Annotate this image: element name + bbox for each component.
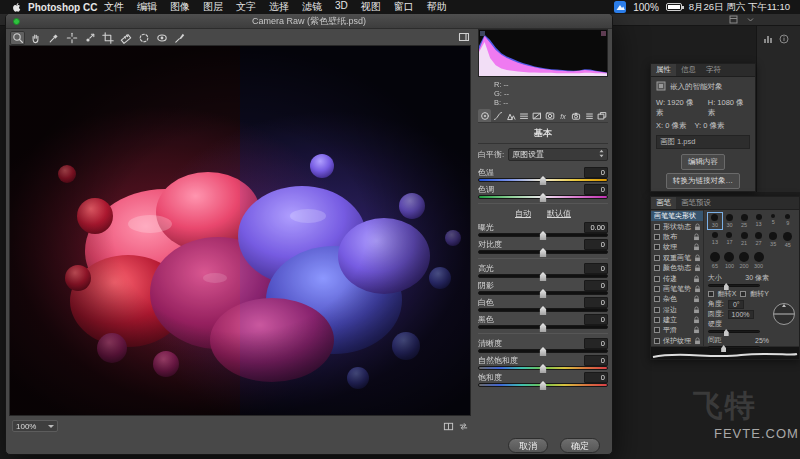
properties-tab-3[interactable]: 字符 bbox=[701, 64, 726, 76]
roundness-value[interactable]: 100% bbox=[728, 310, 754, 319]
properties-tab-2[interactable]: 信息 bbox=[676, 64, 701, 76]
checkbox[interactable] bbox=[654, 255, 660, 261]
slider-track[interactable] bbox=[478, 250, 608, 254]
before-after-view-icon[interactable] bbox=[443, 421, 454, 432]
adjustment-brush-tool-icon[interactable] bbox=[172, 31, 187, 45]
menubar-menu-10[interactable]: 窗口 bbox=[387, 0, 420, 14]
height-value[interactable]: H: 1080 像素 bbox=[708, 98, 750, 118]
menubar-menu-9[interactable]: 视图 bbox=[354, 0, 387, 14]
brush-setting-item[interactable]: 传递 bbox=[651, 273, 703, 283]
slider-track[interactable] bbox=[478, 383, 608, 387]
slider-thumb[interactable] bbox=[540, 248, 547, 257]
slider-track[interactable] bbox=[478, 195, 608, 199]
slider-thumb[interactable] bbox=[721, 345, 726, 352]
slider-thumb[interactable] bbox=[540, 231, 547, 240]
brush-size-value[interactable]: 30 像素 bbox=[745, 273, 769, 283]
brush-size-slider[interactable] bbox=[708, 284, 760, 287]
slider-thumb[interactable] bbox=[540, 306, 547, 315]
brush-setting-item[interactable]: 画笔笔势 bbox=[651, 284, 703, 294]
checkbox[interactable] bbox=[654, 224, 660, 230]
active-app-name[interactable]: Photoshop CC bbox=[28, 2, 97, 13]
menubar-menu-4[interactable]: 图层 bbox=[196, 0, 229, 14]
checkbox[interactable] bbox=[654, 296, 660, 302]
brush-setting-item[interactable]: 湿边 bbox=[651, 305, 703, 315]
brush-preset[interactable]: 13 bbox=[751, 213, 766, 229]
menubar-menu-2[interactable]: 编辑 bbox=[130, 0, 163, 14]
edit-contents-button[interactable]: 编辑内容 bbox=[681, 154, 725, 170]
toggle-panel-icon[interactable] bbox=[456, 30, 471, 44]
histogram-panel-icon[interactable] bbox=[763, 30, 773, 192]
crop-tool-icon[interactable] bbox=[100, 31, 115, 45]
slider-thumb[interactable] bbox=[540, 323, 547, 332]
brush-preset[interactable]: 65 bbox=[708, 251, 723, 270]
brush-preset[interactable]: 35 bbox=[766, 231, 781, 249]
slider-track[interactable] bbox=[478, 308, 608, 312]
brush-setting-item[interactable]: 散布 bbox=[651, 232, 703, 242]
red-eye-tool-icon[interactable] bbox=[154, 31, 169, 45]
slider-value-input[interactable]: 0 bbox=[584, 167, 608, 178]
angle-value[interactable]: 0° bbox=[728, 300, 744, 309]
slider-thumb[interactable] bbox=[724, 329, 729, 336]
slider-track[interactable] bbox=[478, 291, 608, 295]
width-value[interactable]: W: 1920 像素 bbox=[656, 98, 700, 118]
slider-track[interactable] bbox=[478, 178, 608, 182]
brush-setting-item[interactable]: 保护纹理 bbox=[651, 336, 703, 346]
app-icon-blue[interactable] bbox=[614, 1, 626, 13]
menubar-menu-8[interactable]: 3D bbox=[328, 0, 354, 14]
slider-value-input[interactable]: 0 bbox=[584, 314, 608, 325]
slider-thumb[interactable] bbox=[540, 381, 547, 390]
slider-thumb[interactable] bbox=[540, 289, 547, 298]
image-preview[interactable] bbox=[9, 45, 471, 416]
white-balance-select[interactable]: 原图设置 bbox=[508, 148, 608, 161]
flip-x-checkbox[interactable] bbox=[708, 291, 714, 297]
checkbox[interactable] bbox=[654, 338, 660, 344]
detail-tab[interactable] bbox=[504, 109, 517, 122]
brush-setting-item[interactable]: 杂色 bbox=[651, 294, 703, 304]
brush-preset[interactable]: 13 bbox=[708, 231, 723, 249]
slider-thumb[interactable] bbox=[540, 272, 547, 281]
brush-setting-item[interactable]: 纹理 bbox=[651, 242, 703, 252]
brush-setting-item[interactable]: 画笔笔尖形状 bbox=[651, 211, 703, 221]
ok-button[interactable]: 确定 bbox=[560, 438, 600, 453]
y-value[interactable]: Y: 0 像素 bbox=[694, 121, 724, 131]
checkbox[interactable] bbox=[654, 307, 660, 313]
brush-setting-item[interactable]: 颜色动态 bbox=[651, 263, 703, 273]
checkbox[interactable] bbox=[654, 317, 660, 323]
brush-setting-item[interactable]: 平滑 bbox=[651, 325, 703, 335]
brush-setting-item[interactable]: 建立 bbox=[651, 315, 703, 325]
menubar-menu-7[interactable]: 滤镜 bbox=[295, 0, 328, 14]
slider-value-input[interactable]: 0 bbox=[584, 184, 608, 195]
brush-preset[interactable]: 300 bbox=[751, 251, 766, 270]
brush-setting-item[interactable]: 形状动态 bbox=[651, 221, 703, 231]
spot-removal-tool-icon[interactable] bbox=[136, 31, 151, 45]
camera-calibration-tab[interactable] bbox=[569, 109, 582, 122]
default-link[interactable]: 默认值 bbox=[547, 208, 571, 219]
slider-track[interactable] bbox=[478, 274, 608, 278]
zoom-tool-icon[interactable] bbox=[10, 31, 25, 45]
checkbox[interactable] bbox=[654, 286, 660, 292]
brush-tab-1[interactable]: 画笔 bbox=[651, 197, 676, 209]
info-panel-icon[interactable] bbox=[779, 30, 789, 192]
slider-track[interactable] bbox=[478, 325, 608, 329]
slider-track[interactable] bbox=[478, 366, 608, 370]
brush-tab-2[interactable]: 画笔预设 bbox=[676, 197, 716, 209]
flip-y-checkbox[interactable] bbox=[740, 291, 746, 297]
hand-tool-icon[interactable] bbox=[28, 31, 43, 45]
lens-corrections-tab[interactable] bbox=[543, 109, 556, 122]
convert-to-linked-button[interactable]: 转换为链接对象… bbox=[666, 173, 740, 189]
menubar-datetime[interactable]: 8月26日 周六 下午11:10 bbox=[689, 1, 790, 14]
color-sampler-tool-icon[interactable] bbox=[64, 31, 79, 45]
brush-preset[interactable]: 25 bbox=[737, 213, 752, 229]
menubar-menu-3[interactable]: 图像 bbox=[163, 0, 196, 14]
slider-value-input[interactable]: 0 bbox=[584, 338, 608, 349]
brush-preset[interactable]: 17 bbox=[722, 231, 737, 249]
checkbox[interactable] bbox=[654, 327, 660, 333]
brush-preset[interactable]: 27 bbox=[751, 231, 766, 249]
histogram[interactable] bbox=[478, 29, 608, 77]
brush-preset[interactable]: 200 bbox=[737, 251, 752, 270]
apple-menu-icon[interactable] bbox=[10, 1, 21, 13]
basic-tab[interactable] bbox=[478, 109, 491, 122]
brush-angle-control[interactable] bbox=[772, 302, 796, 327]
slider-track[interactable] bbox=[478, 349, 608, 353]
targeted-adjustment-tool-icon[interactable] bbox=[82, 31, 97, 45]
